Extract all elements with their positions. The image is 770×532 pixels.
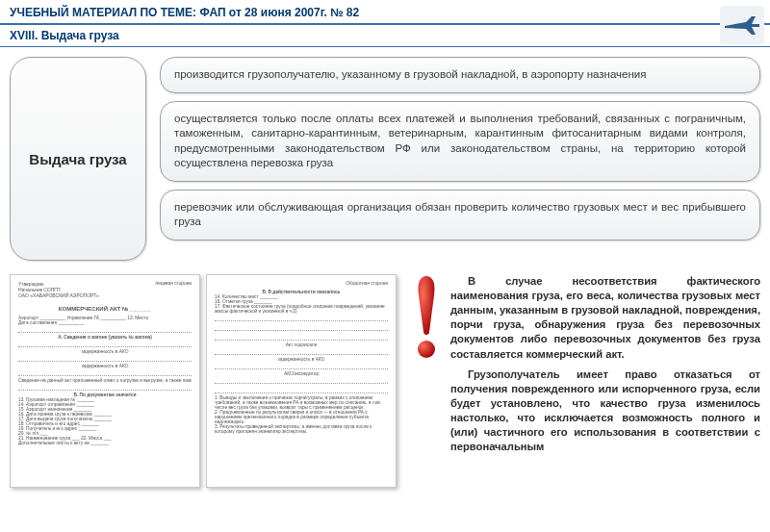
- form-doc-title: КОММЕРЧЕСКИЙ АКТ №_______: [18, 306, 192, 312]
- svg-point-0: [418, 341, 435, 358]
- bullet-card: производится грузополучателю, указанному…: [160, 57, 760, 93]
- form-page-front: Утверждаю Начальник СОПГП ОАО «ХАБАРОВСК…: [10, 274, 200, 488]
- note-paragraph: Грузополучатель имеет право отказаться о…: [450, 367, 760, 455]
- bullet-card: перевозчик или обслуживающая организация…: [160, 190, 760, 241]
- section-subtitle: XVIII. Выдача груза: [0, 29, 770, 46]
- form-page-back: Оборотная сторона Б. В действительности …: [206, 274, 397, 488]
- form-side-label: лицевая сторона: [155, 281, 192, 302]
- form-paragraph: 1. Выводы и заключения о причинах порчи/…: [215, 395, 388, 434]
- airplane-icon: [720, 6, 764, 44]
- page-title: УЧЕБНЫЙ МАТЕРИАЛ ПО ТЕМЕ: ФАП от 28 июня…: [10, 6, 760, 19]
- note-text: В случае несоответствия фактического наи…: [450, 274, 760, 488]
- form-field: 17. Фактическое состояние груза (подробн…: [215, 304, 388, 314]
- form-field: Дополнительные листы к акту на _______: [18, 441, 192, 445]
- exclamation-icon: [410, 274, 443, 488]
- form-note: Сведения на данный акт приложенный ответ…: [18, 378, 192, 383]
- form-side-label: Оборотная сторона: [215, 281, 388, 286]
- bullet-card: осуществляется только после оплаты всех …: [160, 101, 760, 182]
- form-preview: Утверждаю Начальник СОПГП ОАО «ХАБАРОВСК…: [10, 274, 397, 488]
- divider-sub: [0, 46, 770, 47]
- topic-card: Выдача груза: [10, 57, 146, 261]
- form-approve: Утверждаю Начальник СОПГП ОАО «ХАБАРОВСК…: [18, 281, 99, 298]
- divider-top: [0, 23, 770, 25]
- note-paragraph: В случае несоответствия фактического наи…: [450, 274, 760, 362]
